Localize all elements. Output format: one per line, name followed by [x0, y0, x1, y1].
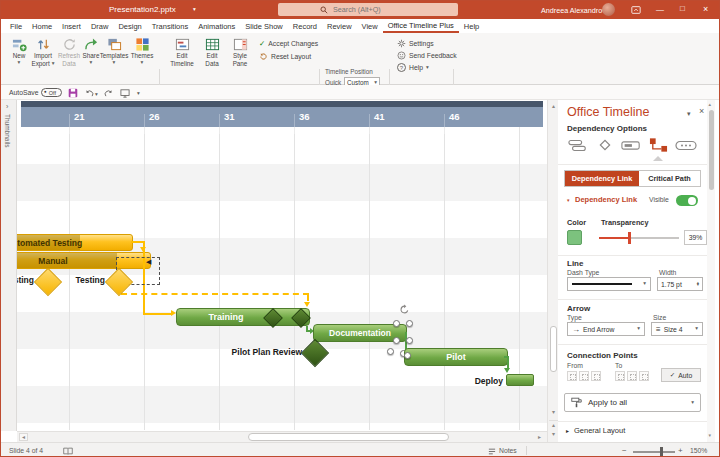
taskbar-deploy[interactable] [506, 374, 534, 386]
from-point-button[interactable] [591, 371, 601, 381]
zoom-slider-track[interactable] [633, 451, 675, 453]
thumbnails-pane-collapsed[interactable]: › Thumbnails [1, 100, 17, 431]
selection-handle[interactable] [406, 320, 413, 327]
scroll-up-button[interactable]: ▴ [549, 102, 558, 110]
panel-scroll-thumb[interactable] [709, 110, 714, 190]
swimlane-shapes-icon[interactable] [567, 137, 589, 153]
accept-changes-button[interactable]: ✓ Accept Changes [259, 39, 318, 48]
expand-section-icon[interactable]: ▸ [566, 427, 569, 434]
elapsed-time-icon[interactable] [674, 137, 698, 153]
redo-icon[interactable] [104, 89, 113, 98]
tab-insert[interactable]: Insert [57, 21, 86, 32]
connector-green[interactable] [507, 356, 509, 368]
from-point-button[interactable] [567, 371, 577, 381]
section-marker-icon[interactable]: ▾ [567, 197, 570, 203]
tab-help[interactable]: Help [459, 21, 484, 32]
tab-slide-show[interactable]: Slide Show [240, 21, 288, 32]
vscroll-thumb[interactable] [550, 326, 557, 372]
maximize-button[interactable]: □ [680, 5, 685, 13]
expand-thumbnails-icon[interactable]: › [6, 103, 8, 110]
visible-toggle[interactable] [676, 195, 698, 206]
edit-timeline-button[interactable]: Edit Timeline [167, 37, 197, 67]
next-slide-button[interactable]: ▾ [549, 430, 558, 438]
from-point-button[interactable] [579, 371, 589, 381]
tab-record[interactable]: Record [288, 21, 322, 32]
send-feedback-button[interactable]: Send Feedback [397, 51, 457, 60]
tab-draw[interactable]: Draw [86, 21, 114, 32]
taskbar-training[interactable]: Training [176, 308, 310, 326]
selection-handle[interactable] [393, 320, 400, 327]
panel-close-icon[interactable]: × [699, 106, 704, 116]
panel-scrollbar[interactable]: ▴ ▾ [707, 100, 715, 442]
transparency-value-box[interactable]: 39% [684, 230, 707, 245]
selection-handle[interactable] [406, 337, 413, 344]
tab-dependency-link[interactable]: Dependency Link [565, 171, 639, 186]
dependency-link-header[interactable]: Dependency Link [575, 195, 637, 204]
hscroll-thumb[interactable] [248, 433, 449, 441]
settings-button[interactable]: Settings [397, 39, 434, 48]
color-swatch[interactable] [567, 230, 582, 245]
zoom-slider-handle[interactable] [660, 447, 663, 456]
undo-caret-icon[interactable]: ▾ [95, 92, 98, 98]
search-box[interactable] [278, 3, 458, 16]
zoom-in-button[interactable]: + [678, 446, 683, 455]
customize-qat-caret-icon[interactable]: ▾ [137, 91, 140, 97]
tab-home[interactable]: Home [27, 21, 57, 32]
tab-transitions[interactable]: Transitions [147, 21, 193, 32]
taskbar-shape-icon[interactable] [620, 137, 642, 153]
tab-review[interactable]: Review [322, 21, 357, 32]
to-point-button[interactable] [639, 371, 649, 381]
themes-button[interactable]: Themes ▾ [129, 37, 155, 65]
transparency-slider-handle[interactable] [628, 232, 631, 244]
tab-critical-path[interactable]: Critical Path [639, 171, 700, 186]
minimize-button[interactable]: — [656, 6, 664, 14]
scroll-right-button[interactable]: ▸ [535, 433, 544, 441]
arrow-type-select[interactable]: → End Arrow ▾ [567, 322, 645, 336]
scroll-left-button[interactable]: ◂ [19, 433, 28, 441]
milestone-shape-icon[interactable] [594, 137, 616, 153]
help-button[interactable]: ? Help ▾ [397, 63, 429, 72]
rotate-handle-icon[interactable] [399, 304, 410, 315]
width-stepper[interactable]: 1.75 pt ▴▾ [657, 277, 703, 291]
slideshow-from-start-icon[interactable] [120, 89, 130, 98]
style-pane-button[interactable]: Style Pane [227, 37, 253, 67]
timescale-band[interactable] [21, 107, 543, 127]
zoom-out-button[interactable]: − [622, 446, 627, 455]
notes-button[interactable]: Notes [499, 447, 517, 454]
arrow-size-select[interactable]: ≡ Size 4 ▾ [651, 322, 703, 336]
close-button[interactable]: × [703, 5, 708, 14]
tab-design[interactable]: Design [113, 21, 146, 32]
tab-animations[interactable]: Animations [193, 21, 240, 32]
slide-indicator[interactable]: Slide 4 of 4 [9, 447, 43, 454]
dash-type-select[interactable]: ▾ [567, 277, 651, 291]
selection-handle[interactable] [393, 337, 400, 344]
new-button[interactable]: New ▾ [7, 37, 31, 65]
to-point-button[interactable] [615, 371, 625, 381]
selection-handle[interactable] [404, 352, 411, 359]
zoom-level[interactable]: 150% [690, 447, 707, 454]
connector-yellow-dashed[interactable] [121, 293, 309, 295]
tab-file[interactable]: File [5, 21, 27, 32]
ribbon-display-options-icon[interactable] [631, 5, 641, 15]
edit-data-button[interactable]: Edit Data [199, 37, 225, 67]
autosave-toggle[interactable]: ● Off [41, 88, 62, 97]
vertical-scrollbar[interactable]: ▴ ▾ ▴ ▾ [547, 100, 558, 442]
import-export-button[interactable]: Import Export▾ [31, 37, 55, 67]
search-input[interactable] [331, 4, 445, 15]
horizontal-scrollbar[interactable]: ◂ ▸ [17, 431, 547, 442]
taskbar-automated-testing[interactable]: Automated Testing [17, 234, 133, 251]
undo-icon[interactable] [85, 89, 94, 98]
connector-yellow[interactable] [307, 295, 309, 301]
to-point-button[interactable] [627, 371, 637, 381]
tab-office-timeline-plus[interactable]: Office Timeline Plus [383, 20, 459, 33]
avatar[interactable] [602, 3, 615, 16]
general-layout-section[interactable]: General Layout [574, 426, 625, 435]
previous-slide-button[interactable]: ▴ [549, 420, 558, 429]
share-timeline-button[interactable]: Share ▾ [81, 37, 101, 65]
save-icon[interactable] [68, 88, 78, 98]
accessibility-icon[interactable] [63, 447, 73, 455]
dependency-link-icon[interactable] [647, 137, 669, 153]
connector-yellow[interactable] [143, 313, 171, 315]
document-title[interactable]: Presentation2.pptx [109, 5, 176, 14]
slide-canvas[interactable]: 21 26 31 36 41 46 Automated Testing Manu… [17, 100, 547, 431]
